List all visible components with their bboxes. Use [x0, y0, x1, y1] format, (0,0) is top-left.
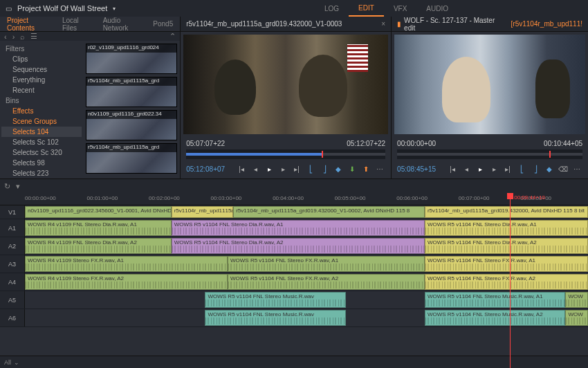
timeline-clip[interactable]: WOWS R5 v1104 FNL Stereo Music.R.wav, A2 — [425, 310, 566, 326]
timeline-clip[interactable]: WOWS R5 v1104 FNL Stereo FX.R.wav, A2 — [228, 274, 425, 290]
mark-out-icon[interactable]: ⎦ — [319, 163, 330, 174]
timeline-clip[interactable]: n0v1109_upd1116_grd022.345600_V1-0001, A… — [25, 206, 172, 218]
chevron-right-icon[interactable]: › — [12, 33, 15, 41]
source-scrub-bar[interactable] — [186, 149, 385, 159]
mode-tab-audio[interactable]: AUDIO — [416, 0, 458, 17]
timeline-clip[interactable]: WOWS R5 v1104 FNL Stereo Dia.R.wav, A1 — [172, 220, 425, 236]
tree-bin-item[interactable]: Selects 223 — [1, 168, 82, 178]
track-header[interactable]: A1 — [0, 219, 25, 237]
close-icon[interactable]: × — [381, 20, 385, 28]
skip-start-icon[interactable]: |◂ — [236, 163, 247, 174]
timeline-menu-icon[interactable]: ▾ — [16, 182, 20, 191]
browser-tab-pond5[interactable]: Pond5 — [146, 17, 180, 31]
tree-item-effects[interactable]: Effects — [1, 106, 82, 116]
list-view-icon[interactable]: ☰ — [30, 32, 37, 41]
source-tc-in: 05:07:07+22 — [186, 140, 225, 147]
track-body[interactable]: WOWS R4 v1109 Stereo FX.R.wav, A2WOWS R5… — [25, 273, 588, 291]
next-frame-icon[interactable]: ▸ — [277, 163, 288, 174]
overwrite-icon[interactable]: ⬆ — [360, 163, 371, 174]
timeline-clip[interactable]: WOW — [565, 310, 588, 326]
skip-start-icon[interactable]: |◂ — [447, 163, 458, 174]
next-frame-icon[interactable]: ▸ — [488, 163, 499, 174]
tree-item-clips[interactable]: Clips — [1, 54, 82, 64]
more-icon[interactable]: ⋯ — [374, 163, 385, 174]
track-body[interactable]: WOWS R4 v1109 FNL Stereo Dia.R.wav, A1WO… — [25, 219, 588, 237]
timeline-clip[interactable]: WOWS R5 v1104 FNL Stereo FX.R.wav, A1 — [228, 256, 425, 272]
tree-bin-item[interactable]: Selects 104 — [1, 127, 82, 137]
prev-frame-icon[interactable]: ◂ — [250, 163, 261, 174]
marker-icon[interactable]: ◆ — [544, 163, 555, 174]
clip-thumb[interactable]: r02_v1109_upd1116_grd024 — [86, 44, 177, 74]
timeline-clip[interactable]: WOWS R5 v1104 FNL Stereo Dia.R.wav, A2 — [425, 238, 588, 254]
search-icon[interactable]: ⌕ — [20, 33, 25, 41]
track-header[interactable]: A5 — [0, 291, 25, 309]
record-scrub-bar[interactable] — [397, 149, 582, 159]
track-body[interactable]: WOWS R5 v1104 FNL Stereo Music.R.wavWOWS… — [25, 309, 588, 326]
chevron-down-icon[interactable]: ⌄ — [14, 359, 19, 366]
delete-icon[interactable]: ⌫ — [558, 163, 569, 174]
track-header[interactable]: A3 — [0, 255, 25, 273]
mode-tab-log[interactable]: LOG — [315, 0, 349, 17]
chevron-left-icon[interactable]: ‹ — [4, 33, 7, 41]
project-dropdown-icon[interactable]: ▾ — [113, 6, 116, 12]
track-header[interactable]: A6 — [0, 309, 25, 326]
track-header[interactable]: A2 — [0, 237, 25, 255]
play-icon[interactable]: ▸ — [475, 163, 486, 174]
track-header[interactable]: V1 — [0, 205, 25, 219]
timeline-ruler[interactable]: 00:00:00+0000:01:00+0000:02:00+0000:03:0… — [0, 193, 588, 205]
timeline-clip[interactable]: WOWS R5 v1104 FNL Stereo Music.R.wav, A1 — [425, 292, 566, 308]
track-body[interactable]: WOWS R4 v1109 FNL Stereo Dia.R.wav, A2WO… — [25, 237, 588, 255]
record-video[interactable] — [394, 35, 585, 134]
playhead[interactable] — [510, 193, 511, 368]
timeline-clip[interactable]: r5v1104r_mb_upd1115a_grd019.432000, Avid… — [425, 206, 588, 218]
timeline-clip[interactable]: WOWS R5 v1104 FNL Stereo Dia.R.wav, A2 — [172, 238, 425, 254]
clip-thumb[interactable]: n0v1109_upd1116_grd022.34 — [86, 110, 177, 140]
tree-bin-item[interactable]: Selectsc Sc 320 — [1, 147, 82, 158]
clip-thumb[interactable]: r5v1104r_mb_upd1115a_grd — [86, 77, 177, 107]
tree-item-scene-groups[interactable]: Scene Groups — [1, 116, 82, 127]
tree-bin-item[interactable]: Selects 98 — [1, 158, 82, 168]
mode-tabs: LOG EDIT VFX AUDIO — [315, 0, 458, 17]
clip-thumb[interactable]: r5v1104r_mb_upd1115a_grd — [86, 143, 177, 174]
timeline-clip[interactable]: r5v1104r_mb_upd1115a_grd019.432000_V — [172, 206, 234, 218]
skip-end-icon[interactable]: ▸| — [291, 163, 302, 174]
timeline-clip[interactable]: WOWS R4 v1109 Stereo FX.R.wav, A1 — [25, 256, 228, 272]
skip-end-icon[interactable]: ▸| — [502, 163, 513, 174]
mark-out-icon[interactable]: ⎦ — [530, 163, 541, 174]
browser-tab-audio-network[interactable]: Audio Network — [96, 17, 147, 31]
tree-item-sequences[interactable]: Sequences — [1, 64, 82, 75]
track-body[interactable]: WOWS R5 v1104 FNL Stereo Music.R.wavWOWS… — [25, 291, 588, 309]
prev-frame-icon[interactable]: ◂ — [461, 163, 472, 174]
timeline-clip[interactable]: WOWS R5 v1104 FNL Stereo FX.R.wav, A2 — [425, 274, 588, 290]
insert-icon[interactable]: ⬇ — [347, 163, 358, 174]
tree-item-everything[interactable]: Everything — [1, 75, 82, 85]
timeline-clip[interactable]: WOWS R4 v1109 Stereo FX.R.wav, A2 — [25, 274, 228, 290]
tree-item-recent[interactable]: Recent — [1, 85, 82, 95]
mark-in-icon[interactable]: ⎣ — [305, 163, 316, 174]
chevron-up-icon[interactable]: ⌃ — [169, 32, 176, 41]
timeline-clip[interactable]: r5v1104r_mb_upd1115a_grd019.432000_V1-00… — [233, 206, 425, 218]
timeline-clip[interactable]: WOW — [565, 292, 588, 308]
timeline-clip[interactable]: WOWS R5 v1104 FNL Stereo FX.R.wav, A1 — [425, 256, 588, 272]
timeline-clip[interactable]: WOWS R4 v1109 FNL Stereo Dia.R.wav, A1 — [25, 220, 172, 236]
mode-tab-edit[interactable]: EDIT — [349, 0, 384, 17]
more-icon[interactable]: ⋯ — [571, 163, 582, 174]
tree-bin-item[interactable]: Selects Sc 102 — [1, 137, 82, 147]
track-selector-label[interactable]: All — [4, 359, 11, 366]
play-icon[interactable]: ▸ — [264, 163, 275, 174]
browser-tab-project-contents[interactable]: Project Contents — [0, 17, 55, 31]
track-header[interactable]: A4 — [0, 273, 25, 291]
marker-icon[interactable]: ◆ — [333, 163, 344, 174]
timeline-clip[interactable]: WOWS R5 v1104 FNL Stereo Dia.R.wav, A1 — [425, 220, 588, 236]
refresh-icon[interactable]: ↻ — [4, 182, 10, 191]
mark-in-icon[interactable]: ⎣ — [516, 163, 527, 174]
timeline-clip[interactable]: WOWS R4 v1109 FNL Stereo Dia.R.wav, A2 — [25, 238, 172, 254]
track-body[interactable]: n0v1109_upd1116_grd022.345600_V1-0001, A… — [25, 205, 588, 219]
track-body[interactable]: WOWS R4 v1109 Stereo FX.R.wav, A1WOWS R5… — [25, 255, 588, 273]
mode-tab-vfx[interactable]: VFX — [384, 0, 416, 17]
browser-tab-local-files[interactable]: Local Files — [55, 17, 96, 31]
timeline-clip[interactable]: WOWS R5 v1104 FNL Stereo Music.R.wav — [205, 292, 346, 308]
app-menu-icon[interactable]: ▭ — [6, 5, 12, 12]
timeline-clip[interactable]: WOWS R5 v1104 FNL Stereo Music.R.wav — [205, 310, 346, 326]
source-video[interactable] — [183, 35, 388, 134]
